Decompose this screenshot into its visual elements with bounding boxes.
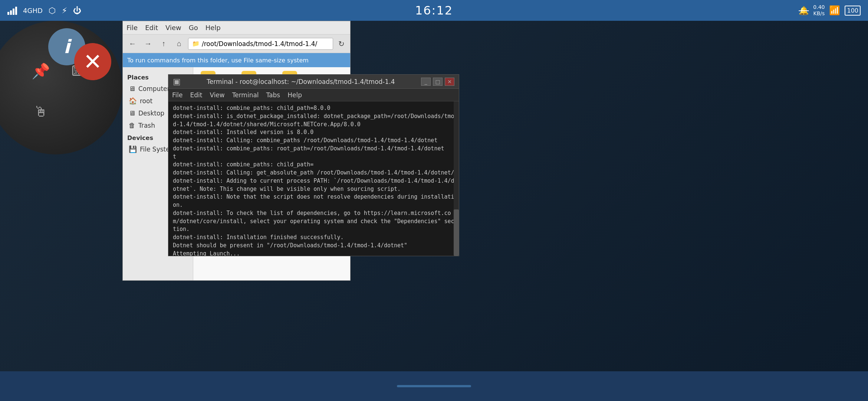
taskbar-right: 🔔 0.40 KB/s 📶 100 bbox=[799, 4, 861, 17]
terminal-line: dotnet-install: combine_paths: child_pat… bbox=[173, 104, 454, 113]
terminal-line: dotnet-install: is_dotnet_package_instal… bbox=[173, 113, 454, 129]
terminal-line: dotnet-install: Note that the script doe… bbox=[173, 193, 454, 209]
launcher-panel: 📌 ⌨ 🖱 i ✕ bbox=[0, 21, 119, 206]
terminal-menubar: File Edit View Terminal Tabs Help bbox=[168, 89, 459, 101]
refresh-button[interactable]: ↻ bbox=[335, 38, 347, 50]
up-button[interactable]: ↑ bbox=[157, 38, 170, 50]
terminal-line: dotnet-install: combine_paths: root_path… bbox=[173, 145, 454, 153]
taskbar-bottom bbox=[0, 371, 868, 401]
terminal-scrollbar[interactable] bbox=[454, 101, 459, 256]
wifi-icon: 📶 bbox=[829, 5, 840, 16]
bluetooth-icon: ⬡ bbox=[49, 6, 56, 15]
address-text: /root/Downloads/tmod-1.4/tmod-1.4/ bbox=[202, 40, 317, 48]
file-manager-menubar: File Edit View Go Help bbox=[123, 21, 350, 35]
terminal-line: dotnet-install: Adding to current proces… bbox=[173, 177, 454, 193]
terminal-line: Attempting Launch... bbox=[173, 250, 454, 256]
sidebar-root-label: root bbox=[140, 97, 152, 105]
sidebar-computer-label: Computer bbox=[138, 85, 170, 92]
mouse-icon[interactable]: 🖱 bbox=[26, 97, 56, 127]
terminal-menu-terminal[interactable]: Terminal bbox=[232, 91, 259, 99]
terminal-wm-buttons: _ □ ✕ bbox=[421, 78, 454, 86]
clock: 16:12 bbox=[415, 3, 453, 17]
forward-button[interactable]: → bbox=[141, 38, 155, 50]
fm-menu-help[interactable]: Help bbox=[206, 24, 221, 32]
file-manager-toolbar: ← → ↑ ⌂ 📁 /root/Downloads/tmod-1.4/tmod-… bbox=[123, 35, 350, 53]
trash-icon: 🗑 bbox=[129, 121, 135, 129]
minimize-button[interactable]: _ bbox=[421, 78, 431, 86]
notification-bar: To run commands from this folder, use Fi… bbox=[123, 53, 350, 67]
terminal-line: dotnet-install: Installation finished su… bbox=[173, 234, 454, 242]
fm-menu-go[interactable]: Go bbox=[189, 24, 198, 32]
power-icon: ⏻ bbox=[73, 6, 81, 15]
home-icon: 🏠 bbox=[129, 97, 137, 105]
fm-menu-file[interactable]: File bbox=[126, 24, 138, 32]
terminal-scrollbar-thumb[interactable] bbox=[454, 209, 459, 256]
signal-label: 4GHD bbox=[23, 7, 43, 14]
filesystem-icon: 💾 bbox=[129, 145, 137, 153]
home-button[interactable]: ⌂ bbox=[172, 38, 186, 50]
sidebar-desktop-label: Desktop bbox=[138, 110, 164, 117]
fm-menu-view[interactable]: View bbox=[165, 24, 181, 32]
sidebar-trash-label: Trash bbox=[138, 122, 155, 129]
terminal-line: t bbox=[173, 153, 454, 161]
terminal-window: ▣ Terminal - root@localhost: ~/Downloads… bbox=[168, 74, 459, 256]
terminal-line: dotnet-install: Calling: combine_paths /… bbox=[173, 137, 454, 145]
terminal-title: Terminal - root@localhost: ~/Downloads/t… bbox=[181, 78, 421, 85]
computer-icon: 🖥 bbox=[129, 85, 135, 92]
desktop-icon: 🖥 bbox=[129, 109, 135, 117]
taskbar-bottom-indicator bbox=[397, 385, 471, 387]
close-launcher-button[interactable]: ✕ bbox=[74, 43, 111, 80]
terminal-menu-edit[interactable]: Edit bbox=[190, 91, 202, 99]
terminal-line: dotnet-install: Calling: get_absolute_pa… bbox=[173, 169, 454, 177]
close-button[interactable]: ✕ bbox=[445, 78, 454, 86]
terminal-line: dotnet-install: Installed version is 8.0… bbox=[173, 128, 454, 137]
network-speed: 0.40 KB/s bbox=[813, 4, 825, 17]
taskbar-left: 4GHD ⬡ ⚡ ⏻ bbox=[7, 6, 81, 15]
folder-icon: 📁 bbox=[192, 40, 200, 47]
terminal-content[interactable]: dotnet-install: combine_paths: child_pat… bbox=[168, 101, 459, 256]
terminal-line: Dotnet should be present in "/root/Downl… bbox=[173, 242, 454, 250]
terminal-menu-tabs[interactable]: Tabs bbox=[266, 91, 280, 99]
terminal-icon: ▣ bbox=[173, 77, 181, 86]
terminal-line: dotnet-install: combine_paths: child_pat… bbox=[173, 161, 454, 169]
back-button[interactable]: ← bbox=[126, 38, 139, 50]
mute-icon: 🔔 bbox=[799, 6, 809, 15]
terminal-menu-file[interactable]: File bbox=[172, 91, 183, 99]
maximize-button[interactable]: □ bbox=[433, 78, 443, 86]
terminal-line: dotnet-install: To check the list of dep… bbox=[173, 209, 454, 234]
terminal-menu-view[interactable]: View bbox=[210, 91, 224, 99]
fm-menu-edit[interactable]: Edit bbox=[145, 24, 158, 32]
terminal-titlebar: ▣ Terminal - root@localhost: ~/Downloads… bbox=[168, 75, 459, 89]
notification-text: To run commands from this folder, use Fi… bbox=[127, 57, 309, 64]
terminal-menu-help[interactable]: Help bbox=[287, 91, 302, 99]
battery-icon: 100 bbox=[845, 6, 861, 16]
taskbar-top: 4GHD ⬡ ⚡ ⏻ 16:12 🔔 0.40 KB/s 📶 100 bbox=[0, 0, 868, 21]
signal-icon bbox=[7, 6, 17, 15]
address-bar[interactable]: 📁 /root/Downloads/tmod-1.4/tmod-1.4/ bbox=[188, 38, 333, 50]
pin-icon[interactable]: 📌 bbox=[26, 56, 56, 86]
usb-icon: ⚡ bbox=[62, 6, 67, 15]
